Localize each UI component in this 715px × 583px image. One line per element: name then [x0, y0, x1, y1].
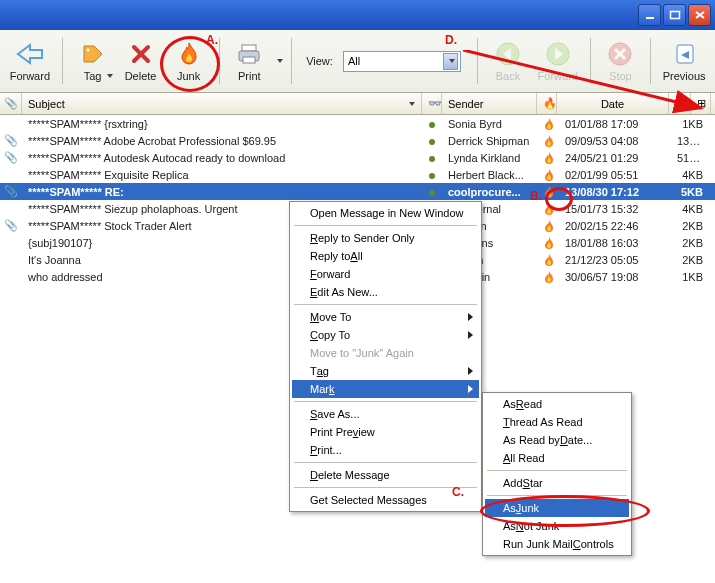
sender-cell: Lynda Kirkland — [442, 152, 537, 164]
date-cell: 24/05/21 01:29 — [559, 152, 671, 164]
menu-print[interactable]: Print... — [292, 441, 479, 459]
junk-header[interactable]: 👓 — [422, 93, 442, 114]
submenu-all-read[interactable]: All Read — [485, 449, 629, 467]
titlebar — [0, 0, 715, 30]
date-cell: 09/09/53 04:08 — [559, 135, 671, 147]
junk-cell — [422, 152, 442, 164]
print-button[interactable]: Print — [227, 35, 271, 87]
svg-rect-10 — [243, 57, 255, 63]
table-row[interactable]: 📎*****SPAM***** RE:coolprocure...13/08/3… — [0, 183, 715, 200]
subject-cell: *****SPAM***** Adobe Acrobat Professiona… — [22, 135, 422, 147]
submenu-as-junk[interactable]: As Junk — [485, 499, 629, 517]
table-row[interactable]: 📎*****SPAM***** Autodesk Autocad ready t… — [0, 149, 715, 166]
menu-get-selected[interactable]: Get Selected Messages — [292, 491, 479, 509]
subject-cell: *****SPAM***** RE: — [22, 186, 422, 198]
junk-label: Junk — [177, 70, 200, 82]
view-label: View: — [306, 55, 333, 67]
menu-copy-to[interactable]: Copy To — [292, 326, 479, 344]
forward-button[interactable]: Forward — [6, 35, 54, 87]
submenu-thread-as-read[interactable]: Thread As Read — [485, 413, 629, 431]
hot-cell — [537, 185, 559, 199]
back-button: Back — [486, 35, 530, 87]
menu-tag[interactable]: Tag — [292, 362, 479, 380]
tag-label: Tag — [84, 70, 102, 82]
submenu-as-not-junk[interactable]: As Not Junk — [485, 517, 629, 535]
svg-point-5 — [86, 49, 89, 52]
previous-icon — [670, 40, 698, 68]
print-label: Print — [238, 70, 261, 82]
context-menu: Open Message in New Window Reply to Send… — [289, 201, 482, 512]
more-header[interactable]: ... — [669, 93, 691, 114]
menu-save-as[interactable]: Save As... — [292, 405, 479, 423]
menu-reply-all[interactable]: Reply to All — [292, 247, 479, 265]
date-cell: 20/02/15 22:46 — [559, 220, 671, 232]
subject-header[interactable]: Subject — [22, 93, 422, 114]
forward-icon — [16, 40, 44, 68]
hot-header[interactable]: 🔥 — [537, 93, 557, 114]
size-cell: 2KB — [671, 254, 711, 266]
view-select[interactable]: All — [343, 51, 461, 72]
size-cell: 2KB — [671, 237, 711, 249]
columns-picker[interactable]: ⊞ — [691, 93, 711, 114]
junk-cell — [422, 169, 442, 181]
tag-icon — [79, 40, 107, 68]
svg-rect-0 — [646, 17, 654, 19]
sender-cell: Sonia Byrd — [442, 118, 537, 130]
submenu-add-star[interactable]: Add Star — [485, 474, 629, 492]
maximize-button[interactable] — [663, 4, 686, 26]
size-cell: 5KB — [671, 186, 711, 198]
table-row[interactable]: *****SPAM***** {rsxtring}Sonia Byrd01/01… — [0, 115, 715, 132]
size-cell: 2KB — [671, 220, 711, 232]
close-button[interactable] — [688, 4, 711, 26]
chevron-down-icon — [443, 53, 458, 70]
date-header[interactable]: Date — [557, 93, 669, 114]
stop-button: Stop — [598, 35, 642, 87]
submenu-as-read[interactable]: As Read — [485, 395, 629, 413]
sender-cell: Derrick Shipman — [442, 135, 537, 147]
svg-rect-8 — [242, 45, 256, 51]
sender-header[interactable]: Sender — [442, 93, 537, 114]
junk-button[interactable]: Junk — [167, 35, 211, 87]
table-row[interactable]: 📎*****SPAM***** Adobe Acrobat Profession… — [0, 132, 715, 149]
menu-delete-message[interactable]: Delete Message — [292, 466, 479, 484]
forward-label: Forward — [10, 70, 50, 82]
svg-marker-4 — [18, 45, 42, 63]
delete-label: Delete — [125, 70, 157, 82]
size-cell: 1KB — [671, 271, 711, 283]
submenu-as-read-by-date[interactable]: As Read by Date... — [485, 431, 629, 449]
date-cell: 18/01/88 16:03 — [559, 237, 671, 249]
hot-cell — [537, 219, 559, 233]
previous-button[interactable]: Previous — [659, 35, 709, 87]
hot-cell — [537, 236, 559, 250]
sender-cell: Herbert Black... — [442, 169, 537, 181]
flame-icon — [175, 40, 203, 68]
date-cell: 21/12/23 05:05 — [559, 254, 671, 266]
hot-cell — [537, 151, 559, 165]
size-cell: 4KB — [671, 203, 711, 215]
menu-open-new-window[interactable]: Open Message in New Window — [292, 204, 479, 222]
hot-cell — [537, 168, 559, 182]
forward-nav-label: Forward — [538, 70, 578, 82]
table-row[interactable]: *****SPAM***** Exquisite ReplicaHerbert … — [0, 166, 715, 183]
toolbar: Forward Tag Delete Junk Print View: All … — [0, 30, 715, 93]
menu-move-to[interactable]: Move To — [292, 308, 479, 326]
menu-reply-sender[interactable]: Reply to Sender Only — [292, 229, 479, 247]
mark-submenu: As Read Thread As Read As Read by Date..… — [482, 392, 632, 556]
junk-cell — [422, 118, 442, 130]
attachment-cell: 📎 — [0, 151, 22, 164]
tag-button[interactable]: Tag — [71, 35, 115, 87]
attachment-header[interactable]: 📎 — [0, 93, 22, 114]
size-cell: 1KB — [671, 118, 711, 130]
submenu-run-junk-controls[interactable]: Run Junk Mail Controls — [485, 535, 629, 553]
menu-mark[interactable]: Mark — [292, 380, 479, 398]
menu-forward[interactable]: Forward — [292, 265, 479, 283]
forward-nav-button: Forward — [534, 35, 582, 87]
hot-cell — [537, 253, 559, 267]
menu-print-preview[interactable]: Print Preview — [292, 423, 479, 441]
minimize-button[interactable] — [638, 4, 661, 26]
junk-cell — [422, 186, 442, 198]
sender-cell: coolprocure... — [442, 186, 537, 198]
menu-edit-as-new[interactable]: Edit As New... — [292, 283, 479, 301]
delete-icon — [127, 40, 155, 68]
delete-button[interactable]: Delete — [119, 35, 163, 87]
